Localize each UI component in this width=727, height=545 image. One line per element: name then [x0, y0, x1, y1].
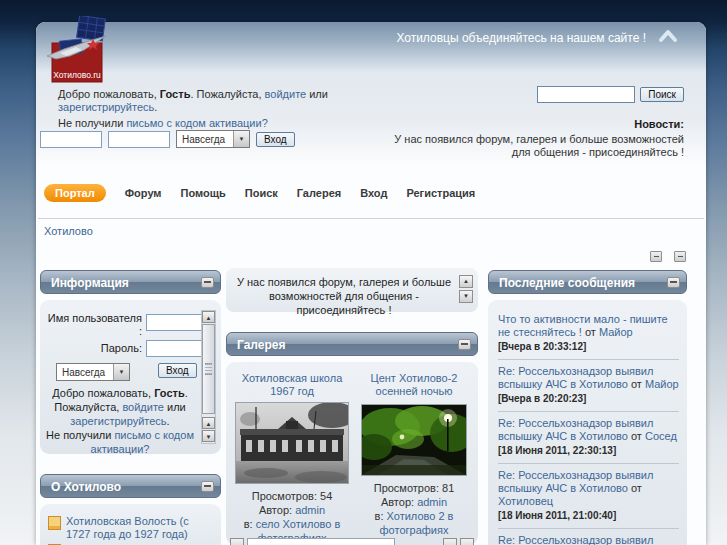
- recent-message: Re: Россельхознадзор выявил вспышку АЧС …: [498, 359, 679, 411]
- message-author-link[interactable]: Хотиловец: [498, 495, 553, 507]
- news-text: У нас появился форум, галерея и больше в…: [392, 133, 684, 159]
- about-item: Хотиловская Волость (с 1727 года до 1927…: [40, 504, 221, 545]
- gallery-block-header: Галерея: [226, 332, 478, 356]
- breadcrumb-home-link[interactable]: Хотилово: [44, 225, 93, 237]
- author-link[interactable]: admin: [295, 504, 325, 516]
- from-label: от: [631, 482, 642, 494]
- collapse-icon[interactable]: [458, 339, 471, 350]
- quick-login-button[interactable]: Вход: [256, 132, 295, 147]
- info-block-body: Имя пользователя : Пароль: Навсегда ▼ Вх…: [40, 300, 221, 454]
- message-author-link[interactable]: Майор: [645, 378, 679, 390]
- logo-text: Хотилово.ru: [53, 70, 101, 80]
- sidebar-password-input[interactable]: [146, 340, 202, 357]
- recent-block-header: Последние сообщения: [488, 270, 687, 294]
- collapse-icon[interactable]: [667, 277, 680, 288]
- activation-prefix: Не получили: [46, 429, 114, 441]
- photo-school-bw[interactable]: [235, 402, 349, 484]
- right-column: Последние сообщения Что то активности ма…: [488, 268, 687, 545]
- chevron-down-icon: ▼: [113, 364, 129, 380]
- login-link[interactable]: войдите: [265, 88, 307, 100]
- scroll-down-icon[interactable]: ▼: [202, 430, 215, 442]
- content-wrapper: Хотиловцы объединяйтесь на нашем сайте !: [36, 22, 706, 545]
- photo-caption: Просмотров: 54 Автор: admin в: село Хоти…: [234, 489, 350, 545]
- register-link[interactable]: зарегистрируйтесь: [58, 101, 154, 113]
- search-bar: Поиск: [537, 86, 684, 103]
- message-author-link[interactable]: Сосед: [645, 430, 677, 442]
- chevron-down-icon: ▼: [233, 131, 249, 147]
- scroll-up-icon[interactable]: ▲: [202, 311, 215, 323]
- document-icon: [48, 516, 61, 530]
- nav-item-forum[interactable]: Форум: [125, 187, 162, 199]
- sidebar-login-button[interactable]: Вход: [158, 363, 197, 378]
- gallery-item: Хотиловская школа 1967 год: [234, 372, 350, 545]
- photo-author: Автор: admin: [356, 495, 472, 509]
- welcome-part: .: [154, 101, 157, 113]
- gallery-block-body: Хотиловская школа 1967 год: [226, 362, 478, 545]
- photo-night-park[interactable]: [361, 404, 467, 476]
- scroll-down-icon[interactable]: ▼: [459, 290, 473, 303]
- recent-message: Что то активности мало - пишите не стесн…: [498, 308, 679, 359]
- session-duration-select[interactable]: Навсегда ▼: [176, 130, 250, 148]
- recent-block-title: Последние сообщения: [499, 276, 635, 290]
- news-label: Новости:: [392, 118, 684, 131]
- password-label: Пароль:: [46, 342, 142, 355]
- sidebar-session-duration-select[interactable]: Навсегда ▼: [56, 363, 130, 381]
- collapse-icon[interactable]: [201, 481, 214, 492]
- about-block-header: О Хотилово: [40, 474, 221, 498]
- message-title-link[interactable]: Re: Россельхознадзор выявил вспышку АЧС …: [498, 534, 653, 545]
- welcome-part: . Пожалуйста,: [190, 88, 264, 100]
- site-logo[interactable]: Хотилово.ru: [46, 16, 108, 88]
- collapse-right-column-icon[interactable]: [674, 251, 686, 262]
- photo-views: Просмотров: 81: [356, 481, 472, 495]
- nav-item-help[interactable]: Помощь: [181, 187, 226, 199]
- message-date: [18 Июня 2011, 22:30:13]: [498, 445, 679, 457]
- welcome-part: или: [306, 88, 328, 100]
- register-link[interactable]: зарегистрируйтесь: [70, 415, 166, 427]
- quick-login-form: Навсегда ▼ Вход: [40, 130, 295, 148]
- author-label: Автор:: [381, 496, 414, 508]
- scrollbar-thumb[interactable]: [202, 324, 215, 414]
- nav-item-gallery[interactable]: Галерея: [297, 187, 341, 199]
- gallery-last-button[interactable]: [460, 538, 474, 545]
- nav-item-register[interactable]: Регистрация: [406, 187, 475, 199]
- from-label: от: [631, 430, 642, 442]
- about-item-link[interactable]: Хотиловская Волость (с 1727 года до 1927…: [66, 515, 213, 541]
- collapse-icon[interactable]: [201, 277, 214, 288]
- photo-title-link[interactable]: Цент Хотилово-2 осенней ночью: [356, 372, 472, 399]
- guest-name: Гость: [160, 88, 191, 100]
- message-author-link[interactable]: Майор: [599, 326, 633, 338]
- search-input[interactable]: [537, 86, 635, 103]
- nav-item-login[interactable]: Вход: [360, 187, 387, 199]
- gallery-next-button[interactable]: [443, 538, 457, 545]
- author-link[interactable]: admin: [417, 496, 447, 508]
- page-background: Хотиловцы объединяйтесь на нашем сайте !: [0, 0, 727, 545]
- login-link[interactable]: войдите: [122, 401, 164, 413]
- quick-login-username-input[interactable]: [40, 131, 102, 148]
- about-block-body: Хотиловская Волость (с 1727 года до 1927…: [40, 504, 221, 545]
- main-nav: Портал Форум Помощь Поиск Галерея Вход Р…: [44, 184, 475, 202]
- collapse-left-column-icon[interactable]: [650, 251, 662, 262]
- photo-author: Автор: admin: [234, 503, 350, 517]
- info-scrollbar[interactable]: ▲ ▲ ▼: [201, 310, 216, 444]
- gallery-pager: [230, 538, 474, 545]
- chevron-up-icon[interactable]: [658, 28, 678, 44]
- scroll-up-icon[interactable]: ▲: [459, 275, 473, 288]
- news-box: Новости: У нас появился форум, галерея и…: [392, 118, 684, 159]
- welcome-text: Добро пожаловать, Гость. Пожалуйста, вой…: [58, 88, 410, 114]
- search-button[interactable]: Поиск: [640, 87, 684, 102]
- in-label: в:: [375, 510, 384, 522]
- sidebar-username-input[interactable]: [146, 314, 202, 331]
- scroll-up-icon[interactable]: ▲: [202, 417, 215, 429]
- category-link[interactable]: Хотилово 2 в фотографиях: [380, 510, 454, 536]
- gallery-page-select[interactable]: [247, 538, 395, 545]
- message-title-link[interactable]: Что то активности мало - пишите не стесн…: [498, 313, 668, 338]
- welcome-part: Добро пожаловать,: [58, 88, 160, 100]
- gallery-block-title: Галерея: [237, 338, 285, 352]
- photo-title-link[interactable]: Хотиловская школа 1967 год: [234, 372, 350, 399]
- from-label: от: [631, 378, 642, 390]
- nav-item-search[interactable]: Поиск: [245, 187, 278, 199]
- nav-item-portal[interactable]: Портал: [44, 184, 106, 202]
- quick-login-password-input[interactable]: [108, 131, 170, 148]
- activation-link[interactable]: письмо с кодом активации?: [126, 117, 267, 129]
- gallery-prev-button[interactable]: [230, 538, 244, 545]
